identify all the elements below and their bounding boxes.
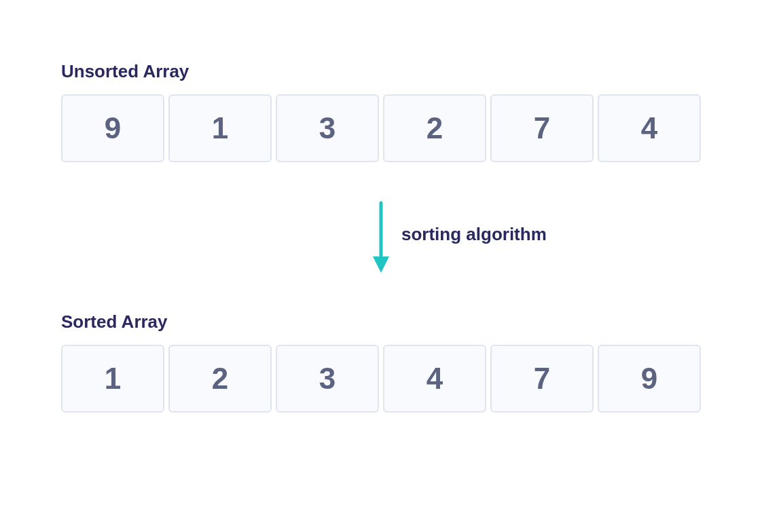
svg-marker-1 (373, 256, 389, 273)
array-cell: 2 (168, 345, 272, 413)
unsorted-array-label: Unsorted Array (61, 61, 701, 82)
array-cell: 7 (490, 345, 594, 413)
array-cell: 3 (276, 345, 379, 413)
sorted-section: Sorted Array 1 2 3 4 7 9 (61, 311, 701, 413)
sorted-array-label: Sorted Array (61, 311, 701, 332)
arrow-down-icon (371, 200, 391, 274)
array-cell: 9 (598, 345, 701, 413)
array-cell: 2 (383, 94, 486, 162)
array-cell: 9 (61, 94, 164, 162)
sorted-array-row: 1 2 3 4 7 9 (61, 345, 701, 413)
array-cell: 3 (276, 94, 379, 162)
array-cell: 7 (490, 94, 594, 162)
arrow-label: sorting algorithm (401, 224, 547, 245)
array-cell: 4 (383, 345, 486, 413)
unsorted-section: Unsorted Array 9 1 3 2 7 4 (61, 61, 701, 162)
unsorted-array-row: 9 1 3 2 7 4 (61, 94, 701, 162)
array-cell: 4 (598, 94, 701, 162)
array-cell: 1 (168, 94, 272, 162)
arrow-area: sorting algorithm (61, 196, 701, 278)
array-cell: 1 (61, 345, 164, 413)
